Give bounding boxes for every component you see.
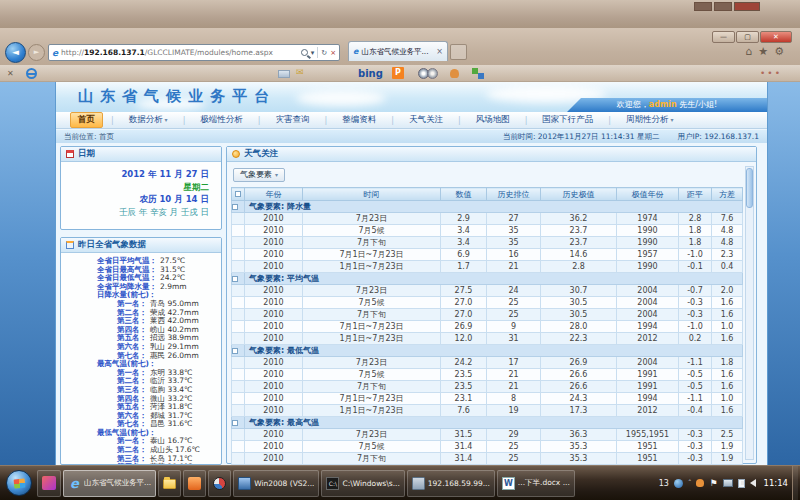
table-group-row[interactable]: 气象要素: 平均气温 (232, 273, 743, 285)
table-row[interactable]: 20107月23日27.52430.72004-0.72.0 (232, 285, 743, 297)
table-row[interactable]: 20107月5候31.42535.31951-0.31.9 (232, 441, 743, 453)
address-bar[interactable]: e http://192.168.137.1/GLCCLIMATE/module… (48, 44, 340, 61)
table-row[interactable]: 20101月1日~7月23日12.03122.320120.21.6 (232, 333, 743, 345)
table-row[interactable]: 20107月下旬3.43523.719901.84.8 (232, 237, 743, 249)
addon-circle-icon[interactable] (26, 68, 37, 79)
chevron-down-icon: ▾ (669, 116, 674, 123)
rank-value: 青岛 95.0mm (150, 299, 199, 308)
table-row[interactable]: 20107月5候23.52126.61991-0.51.6 (232, 369, 743, 381)
expand-icon[interactable] (232, 276, 238, 282)
nav-item-7[interactable]: 国家下行产品 (535, 113, 600, 127)
paw-icon[interactable] (450, 69, 459, 78)
taskbar-button-5[interactable]: Win2008 (VS2... (233, 470, 319, 497)
page-right-band (768, 82, 800, 465)
table-row[interactable]: 20101月1日~7月23日1.7212.81990-0.10.4 (232, 261, 743, 273)
forward-button[interactable]: ► (28, 44, 45, 61)
row-lead-cell (232, 441, 245, 453)
nav-item-8[interactable]: 周期性分析 ▾ (619, 113, 680, 127)
table-row[interactable]: 20107月下旬27.02530.52004-0.31.6 (232, 309, 743, 321)
table-row[interactable]: 20107月下旬31.42535.31951-0.31.9 (232, 453, 743, 465)
table-row[interactable]: 20107月1日~7月23日23.1824.31994-1.11.0 (232, 393, 743, 405)
table-row[interactable]: 20107月23日24.21726.92004-1.11.8 (232, 357, 743, 369)
table-row[interactable]: 20101月1日~7月23日7.61917.32012-0.41.6 (232, 405, 743, 417)
taskbar-button-7[interactable]: 192.168.59.99... (407, 470, 495, 497)
cell: 2010 (245, 441, 303, 453)
start-button[interactable] (6, 470, 32, 496)
row-lead-cell (232, 333, 245, 345)
mail-icon[interactable]: ✉ (296, 67, 304, 77)
nav-item-3[interactable]: 灾害查询 (269, 113, 317, 127)
disc-icon[interactable] (427, 68, 438, 79)
table-row[interactable]: 20107月1日~7月23日26.9928.01994-1.01.0 (232, 321, 743, 333)
expand-icon[interactable] (232, 420, 238, 426)
date-panel: 日期 2012 年 11 月 27 日 星期二 农历 10 月 14 日 壬辰 … (60, 146, 222, 230)
more-icon[interactable]: ••• (760, 68, 782, 78)
browser-tab[interactable]: e 山东省气候业务平... × (348, 41, 448, 61)
close-addon-icon[interactable]: ✕ (7, 69, 14, 78)
nav-item-4[interactable]: 整编资料 (335, 113, 383, 127)
back-button[interactable]: ◄ (5, 42, 26, 63)
cell: 1990 (617, 237, 679, 249)
row-lead-cell (232, 381, 245, 393)
show-hidden-icons-icon[interactable]: ˄ (688, 479, 692, 487)
sun-icon (232, 150, 240, 158)
table-row[interactable]: 20107月5候27.02530.52004-0.31.6 (232, 297, 743, 309)
taskbar-button-0[interactable] (37, 470, 61, 497)
nav-item-1[interactable]: 数据分析 ▾ (122, 113, 175, 127)
table-row[interactable]: 20107月23日31.52936.31955,1951-0.32.5 (232, 429, 743, 441)
table-row[interactable]: 20107月1日~7月23日6.91614.61957-1.02.3 (232, 249, 743, 261)
speaker-icon[interactable] (750, 479, 756, 487)
table-row[interactable]: 20107月5候3.43523.719901.84.8 (232, 225, 743, 237)
table-row[interactable]: 20107月下旬23.52126.61991-0.51.6 (232, 381, 743, 393)
nav-item-5[interactable]: 天气关注 (402, 113, 450, 127)
expand-icon[interactable] (232, 204, 238, 210)
taskbar-button-2[interactable] (158, 470, 181, 497)
stop-icon[interactable]: × (330, 49, 336, 57)
network-icon[interactable] (723, 479, 733, 487)
taskbar-clock[interactable]: 11:14 (764, 478, 789, 488)
panel-scrollbar[interactable] (745, 166, 754, 460)
tab-close-icon[interactable]: × (436, 47, 443, 56)
taskbar-button-8[interactable]: W...下半.docx ... (497, 470, 575, 497)
cell: 17.3 (541, 405, 617, 417)
taskbar-button-label: 山东省气候业务平... (84, 478, 151, 488)
taskbar-button-1[interactable]: e山东省气候业务平... (63, 470, 156, 497)
table-row[interactable]: 20107月23日2.92736.219742.87.6 (232, 213, 743, 225)
cell: 30.5 (541, 309, 617, 321)
paw-tray-icon[interactable] (696, 479, 704, 487)
cell: 7月5候 (303, 297, 441, 309)
expand-icon[interactable] (232, 348, 238, 354)
puzzle-icon[interactable] (478, 73, 484, 79)
new-tab-button[interactable] (450, 44, 467, 60)
nav-item-0[interactable]: 首页 (70, 112, 103, 128)
table-group-row[interactable]: 气象要素: 最高气温 (232, 417, 743, 429)
column-header: 数值 (441, 188, 487, 201)
nav-item-6[interactable]: 风场地图 (469, 113, 517, 127)
action-center-flag-icon[interactable]: ⚑ (709, 478, 717, 488)
cell: 1.6 (712, 381, 743, 393)
table-group-row[interactable]: 气象要素: 降水量 (232, 201, 743, 213)
chevron-down-icon[interactable]: ▾ (311, 49, 315, 57)
cell: -1.1 (679, 357, 712, 369)
scrollbar-thumb[interactable] (746, 168, 753, 208)
globe-icon[interactable] (674, 479, 683, 488)
checkbox-icon[interactable] (235, 191, 241, 197)
browser-toolbar-icons[interactable]: ⌂★⚙ (745, 45, 790, 58)
show-desktop-button[interactable] (792, 466, 798, 500)
ime-indicator[interactable]: 13 (659, 479, 669, 488)
cell: 9 (487, 321, 541, 333)
refresh-icon[interactable]: ↻ (321, 49, 327, 57)
taskbar-button-4[interactable] (208, 470, 231, 497)
element-filter-button[interactable]: 气象要素▾ (233, 168, 285, 182)
taskbar-button-3[interactable] (183, 470, 206, 497)
table-group-row[interactable]: 气象要素: 最低气温 (232, 345, 743, 357)
cell: 1951 (617, 453, 679, 465)
ganzhi-date: 壬辰 年 辛亥 月 壬戌 日 (61, 206, 209, 219)
nav-item-2[interactable]: 极端性分析 (193, 113, 250, 127)
search-icon[interactable] (301, 49, 308, 56)
bing-logo[interactable]: bing (358, 68, 383, 79)
cell: 6.9 (441, 249, 487, 261)
taskbar-button-6[interactable]: C:\C:\Windows\s... (321, 470, 404, 497)
card-icon[interactable] (278, 70, 290, 78)
p-badge-icon[interactable]: P (392, 67, 404, 79)
